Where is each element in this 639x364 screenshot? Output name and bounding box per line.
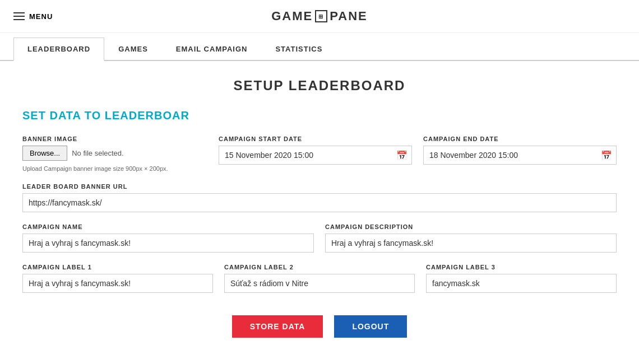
- campaign-label2-group: CAMPAIGN LABEL 2: [224, 264, 415, 293]
- campaign-label1-input[interactable]: [22, 274, 213, 293]
- campaign-name-input[interactable]: [22, 234, 314, 253]
- hamburger-icon: [13, 12, 25, 20]
- logo-text-left: GAME: [271, 9, 313, 24]
- logo-icon: ⊞: [315, 10, 327, 22]
- campaign-label3-group: CAMPAIGN LABEL 3: [426, 264, 617, 293]
- header: MENU GAME ⊞ PANE: [0, 0, 639, 33]
- file-name-text: No file selected.: [72, 149, 124, 157]
- calendar-start-icon[interactable]: 📅: [396, 150, 408, 161]
- campaign-label1-group: CAMPAIGN LABEL 1: [22, 264, 213, 293]
- campaign-name-group: CAMPAIGN NAME: [22, 223, 314, 253]
- campaign-label2-input[interactable]: [224, 274, 415, 293]
- campaign-end-label: CAMPAIGN END DATE: [423, 136, 617, 142]
- logout-button[interactable]: LOGOUT: [334, 315, 407, 338]
- campaign-start-label: CAMPAIGN START DATE: [219, 136, 412, 142]
- button-row: STORE DATA LOGOUT: [22, 315, 617, 338]
- menu-label: MENU: [29, 12, 53, 21]
- banner-image-group: BANNER IMAGE Browse... No file selected.…: [22, 136, 207, 172]
- tabs-nav: LEADERBOARD GAMES EMAIL CAMPAIGN STATIST…: [0, 38, 639, 61]
- form-row-1: BANNER IMAGE Browse... No file selected.…: [22, 136, 617, 172]
- campaign-start-date-wrapper: 📅: [219, 146, 412, 165]
- tab-leaderboard[interactable]: LEADERBOARD: [13, 38, 104, 61]
- campaign-label3-label: CAMPAIGN LABEL 3: [426, 264, 617, 270]
- campaign-label1-label: CAMPAIGN LABEL 1: [22, 264, 213, 270]
- menu-button[interactable]: MENU: [13, 12, 53, 21]
- calendar-end-icon[interactable]: 📅: [601, 150, 612, 161]
- form-row-4: CAMPAIGN LABEL 1 CAMPAIGN LABEL 2 CAMPAI…: [22, 264, 617, 293]
- campaign-name-label: CAMPAIGN NAME: [22, 223, 314, 230]
- campaign-description-label: CAMPAIGN DESCRIPTION: [325, 223, 617, 230]
- main-content: SETUP LEADERBOARD SET DATA TO LEADERBOAR…: [0, 61, 639, 354]
- logo-text-right: PANE: [330, 9, 368, 24]
- tab-games[interactable]: GAMES: [104, 38, 162, 60]
- banner-url-group: LEADER BOARD BANNER URL: [22, 183, 617, 212]
- banner-url-label: LEADER BOARD BANNER URL: [22, 183, 617, 190]
- campaign-description-input[interactable]: [325, 234, 617, 253]
- store-data-button[interactable]: STORE DATA: [232, 315, 323, 338]
- browse-button[interactable]: Browse...: [22, 146, 67, 161]
- campaign-description-group: CAMPAIGN DESCRIPTION: [325, 223, 617, 253]
- form-row-3: CAMPAIGN NAME CAMPAIGN DESCRIPTION: [22, 223, 617, 253]
- campaign-start-input[interactable]: [219, 146, 412, 165]
- campaign-label2-label: CAMPAIGN LABEL 2: [224, 264, 415, 270]
- campaign-label3-input[interactable]: [426, 274, 617, 293]
- page-title: SETUP LEADERBOARD: [22, 78, 617, 94]
- banner-image-label: BANNER IMAGE: [22, 136, 207, 142]
- campaign-start-group: CAMPAIGN START DATE 📅: [219, 136, 412, 165]
- upload-hint: Upload Campaign banner image size 900px …: [22, 165, 207, 172]
- section-title: SET DATA TO LEADERBOAR: [22, 109, 617, 122]
- tab-email-campaign[interactable]: EMAIL CAMPAIGN: [162, 38, 262, 60]
- form-row-2: LEADER BOARD BANNER URL: [22, 183, 617, 212]
- logo: GAME ⊞ PANE: [271, 9, 368, 24]
- campaign-end-group: CAMPAIGN END DATE 📅: [423, 136, 617, 165]
- file-input-row: Browse... No file selected.: [22, 146, 207, 161]
- tab-statistics[interactable]: STATISTICS: [261, 38, 336, 60]
- campaign-end-input[interactable]: [423, 146, 617, 165]
- campaign-end-date-wrapper: 📅: [423, 146, 617, 165]
- banner-url-input[interactable]: [22, 193, 617, 212]
